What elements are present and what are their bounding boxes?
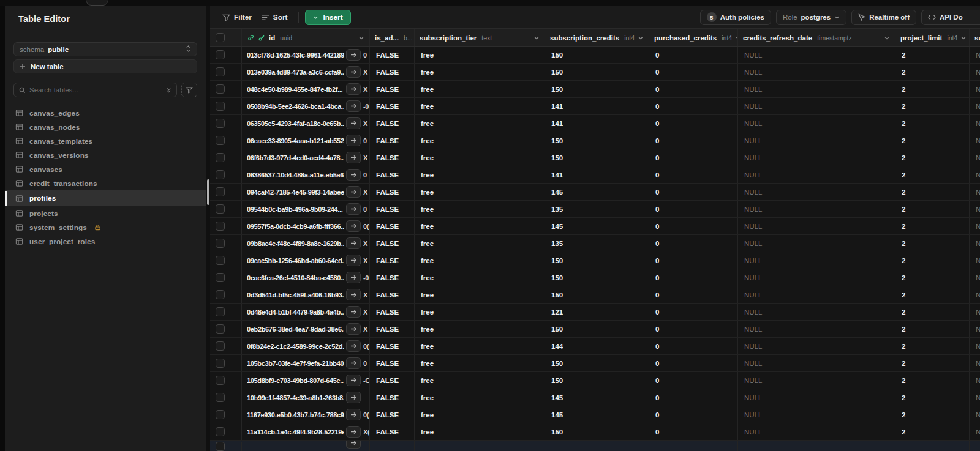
cell-project-limit[interactable]: 2	[895, 252, 970, 269]
cell-project-limit[interactable]: 2	[895, 166, 970, 183]
cell-subscription-tier[interactable]: free	[415, 304, 545, 320]
row-checkbox[interactable]	[216, 410, 225, 419]
cell-id[interactable]: 0d3d541d-bf5c-459f-a406-16b93... X	[242, 286, 370, 303]
row-checkbox[interactable]	[216, 324, 225, 334]
cell-credits-refresh-date[interactable]: NULL	[738, 423, 895, 440]
expand-row-button[interactable]	[346, 409, 361, 420]
vertical-scrollbar-thumb[interactable]	[207, 179, 209, 205]
expand-row-button[interactable]	[346, 220, 361, 232]
row-checkbox[interactable]	[216, 84, 225, 94]
cell-subscription-tier[interactable]: free	[415, 149, 545, 166]
cell-id[interactable]: 09cac5bb-1256-46bd-ab60-64ed... X	[242, 252, 370, 269]
expand-row-button[interactable]	[346, 186, 361, 198]
row-checkbox[interactable]	[216, 341, 225, 351]
cell-project-limit[interactable]: 2	[895, 355, 970, 371]
cell-subscription-tier[interactable]: free	[415, 201, 545, 217]
table-row[interactable]: 0d3d541d-bf5c-459f-a406-16b93... X FALSE…	[210, 286, 980, 304]
cell-is-admin[interactable]: FALSE	[370, 269, 415, 286]
expand-row-button[interactable]	[346, 272, 361, 283]
cell-is-admin[interactable]: FALSE	[370, 47, 415, 63]
cell-clipped-last[interactable]: NU	[970, 47, 980, 63]
row-checkbox[interactable]	[216, 393, 225, 402]
table-row[interactable]: 1167e930-e5b0-43b7-b74c-788c9... 0( FALS…	[210, 406, 980, 423]
cell-clipped-last[interactable]: NU	[970, 269, 980, 286]
cell-subscription-tier[interactable]: free	[415, 166, 545, 183]
cell-clipped-last[interactable]: NU	[970, 166, 980, 183]
cell-project-limit[interactable]: 2	[895, 98, 970, 114]
cell-id[interactable]: 08386537-10d4-488a-a11e-eb5a6... 0	[242, 166, 370, 183]
cell-credits-refresh-date[interactable]: NULL	[738, 338, 895, 354]
expand-row-button[interactable]	[346, 83, 361, 95]
cell-subscription-tier[interactable]: free	[415, 338, 545, 354]
cell-is-admin[interactable]: FALSE	[370, 115, 415, 132]
column-header-subscription_credits[interactable]: subscription_credits int4	[545, 29, 649, 46]
cell-purchased-credits[interactable]: 0	[649, 252, 738, 269]
cell-subscription-tier[interactable]: free	[415, 132, 545, 149]
cell-subscription-tier[interactable]: free	[415, 321, 545, 337]
cell-purchased-credits[interactable]: 0	[649, 115, 738, 132]
expand-row-button[interactable]	[346, 49, 361, 61]
cell-is-admin[interactable]: FALSE	[370, 98, 415, 114]
cell-project-limit[interactable]: 2	[895, 218, 970, 234]
table-row[interactable]: 0eb2b676-38ed-4ea7-9dad-38e6... X FALSE …	[210, 321, 980, 338]
cell-subscription-credits[interactable]: 135	[545, 235, 649, 252]
cell-credits-refresh-date[interactable]: NULL	[738, 286, 895, 303]
cell-project-limit[interactable]: 2	[895, 321, 970, 337]
cell-subscription-credits[interactable]: 150	[545, 252, 649, 269]
expand-row-button[interactable]	[346, 169, 361, 181]
column-header-project_limit[interactable]: project_limit int4	[895, 29, 970, 46]
cell-subscription-tier[interactable]: free	[415, 184, 545, 200]
sidebar-item-system_settings[interactable]: system_settings	[5, 220, 206, 234]
cell-is-admin[interactable]: FALSE	[370, 355, 415, 371]
cell-clipped-last[interactable]: NU	[970, 64, 980, 80]
row-checkbox[interactable]	[216, 222, 225, 231]
cell-project-limit[interactable]: 2	[895, 47, 970, 63]
cell-project-limit[interactable]: 2	[895, 269, 970, 286]
cell-subscription-credits[interactable]: 121	[545, 304, 649, 320]
cell-purchased-credits[interactable]: 0	[649, 149, 738, 166]
table-row[interactable]: 11a114cb-1a4c-49f4-9b28-52219ec... X( FA…	[210, 423, 980, 441]
cell-subscription-credits[interactable]: 144	[545, 338, 649, 354]
cell-subscription-tier[interactable]: free	[415, 423, 545, 440]
cell-purchased-credits[interactable]: 0	[649, 338, 738, 354]
cell-purchased-credits[interactable]: 0	[649, 81, 738, 97]
cell-subscription-tier[interactable]: free	[415, 47, 545, 63]
sidebar-item-projects[interactable]: projects	[5, 206, 206, 220]
column-header-is_ad[interactable]: is_ad... b...	[370, 29, 415, 46]
cell-id[interactable]: 06eaee33-8905-4aaa-b121-ab552... 0	[242, 132, 370, 149]
table-row-partial[interactable]	[210, 441, 980, 451]
cell-purchased-credits[interactable]: 0	[649, 235, 738, 252]
cell-purchased-credits[interactable]: 0	[649, 372, 738, 389]
schema-select[interactable]: schema public	[13, 42, 197, 56]
cell-project-limit[interactable]: 2	[895, 406, 970, 423]
cell-is-admin[interactable]: FALSE	[370, 218, 415, 234]
cell-purchased-credits[interactable]: 0	[649, 423, 738, 440]
cell-subscription-credits[interactable]: 135	[545, 201, 649, 217]
cell-clipped-last[interactable]: NU	[970, 132, 980, 149]
cell-subscription-tier[interactable]: free	[415, 64, 545, 80]
sidebar-item-canvas_edges[interactable]: canvas_edges	[5, 106, 206, 120]
table-row[interactable]: 10b99c1f-4857-4c39-a8b1-263b8... FALSE f…	[210, 389, 980, 406]
table-row[interactable]: 013cf78d-1625-43fc-9961-442189... 0 FALS…	[210, 47, 980, 64]
row-checkbox[interactable]	[216, 187, 225, 196]
expand-row-button[interactable]	[346, 426, 361, 438]
expand-row-button[interactable]	[346, 289, 361, 300]
cell-is-admin[interactable]: FALSE	[370, 406, 415, 423]
sidebar-item-canvas_nodes[interactable]: canvas_nodes	[5, 120, 206, 134]
table-row[interactable]: 013e039a-fd89-473a-a3c6-ccfa9... X FALSE…	[210, 64, 980, 81]
cell-is-admin[interactable]	[370, 441, 415, 451]
cell-credits-refresh-date[interactable]: NULL	[738, 166, 895, 183]
cell-subscription-credits[interactable]: 150	[545, 286, 649, 303]
cell-id[interactable]: 0508b94b-5ee2-4626-bca1-4bca... -0	[242, 98, 370, 114]
cell-purchased-credits[interactable]: 0	[649, 286, 738, 303]
chevron-down-icon[interactable]	[960, 35, 967, 41]
table-row[interactable]: 06f6b7d3-977d-4cd0-acd4-4a78... X FALSE …	[210, 149, 980, 166]
row-checkbox[interactable]	[216, 256, 225, 265]
cell-clipped-last[interactable]	[970, 441, 980, 451]
cell-subscription-credits[interactable]: 145	[545, 218, 649, 234]
expand-row-button[interactable]	[346, 100, 361, 112]
row-checkbox[interactable]	[216, 204, 225, 214]
cell-is-admin[interactable]: FALSE	[370, 389, 415, 406]
cell-clipped-last[interactable]: NU	[970, 184, 980, 200]
cell-project-limit[interactable]: 2	[895, 64, 970, 80]
